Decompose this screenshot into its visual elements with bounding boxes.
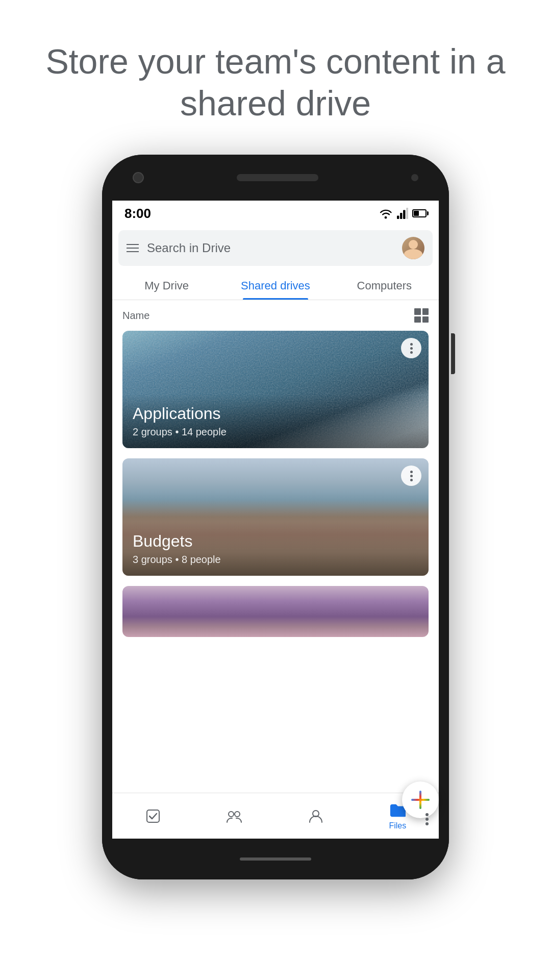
- search-bar[interactable]: Search in Drive: [118, 230, 433, 266]
- add-icon: [411, 791, 430, 809]
- proximity-sensor: [411, 174, 418, 181]
- bottom-navigation: Files: [112, 793, 439, 839]
- list-view-button[interactable]: [414, 308, 429, 323]
- svg-rect-3: [406, 208, 408, 219]
- card-content-applications: Applications 2 groups • 14 people: [122, 394, 429, 448]
- status-bar: 8:00: [112, 201, 439, 226]
- svg-rect-1: [400, 213, 402, 219]
- search-placeholder: Search in Drive: [147, 241, 394, 255]
- status-time: 8:00: [124, 206, 151, 222]
- fab-add-button[interactable]: [402, 781, 439, 818]
- three-dots-icon: [410, 471, 413, 481]
- menu-button[interactable]: [127, 244, 139, 252]
- checkbox-icon: [145, 808, 161, 824]
- svg-point-6: [235, 812, 240, 817]
- nav-item-people[interactable]: [308, 808, 324, 824]
- hero-title: Store your team's content in a shared dr…: [0, 0, 551, 155]
- tab-bar: My Drive Shared drives Computers: [112, 271, 439, 300]
- phone-frame: 8:00: [102, 155, 449, 879]
- drive-card-third[interactable]: [122, 586, 429, 637]
- tab-computers[interactable]: Computers: [330, 271, 439, 300]
- fab-more-icon: [425, 813, 429, 825]
- shared-icon: [226, 808, 242, 824]
- card-content-budgets: Budgets 3 groups • 8 people: [122, 522, 429, 576]
- card-subtitle-applications: 2 groups • 14 people: [133, 426, 418, 438]
- sort-row: Name: [112, 300, 439, 331]
- tab-my-drive[interactable]: My Drive: [112, 271, 221, 300]
- card-title-budgets: Budgets: [133, 532, 418, 551]
- side-button: [451, 333, 455, 374]
- user-avatar[interactable]: [402, 237, 424, 259]
- battery-icon: [412, 209, 427, 217]
- front-camera: [133, 172, 144, 183]
- drive-card-list: Applications 2 groups • 14 people Budget…: [112, 331, 439, 793]
- svg-rect-2: [403, 210, 405, 219]
- earpiece: [237, 174, 318, 181]
- card-title-applications: Applications: [133, 404, 418, 423]
- phone-screen: 8:00: [112, 201, 439, 839]
- phone-top-bar: [102, 155, 449, 201]
- signal-icon: [397, 208, 408, 219]
- svg-rect-4: [147, 810, 159, 822]
- status-icons: [379, 208, 427, 219]
- card-bg: [122, 586, 429, 637]
- nav-item-priority[interactable]: [145, 808, 161, 824]
- card-menu-applications[interactable]: [401, 338, 421, 358]
- svg-rect-0: [397, 216, 399, 219]
- people-icon: [308, 808, 324, 824]
- wifi-icon: [379, 208, 393, 219]
- phone-bottom-bar: [102, 839, 449, 879]
- drive-card-budgets[interactable]: Budgets 3 groups • 8 people: [122, 458, 429, 576]
- sort-label[interactable]: Name: [122, 310, 149, 322]
- drive-card-applications[interactable]: Applications 2 groups • 14 people: [122, 331, 429, 448]
- nav-item-shared[interactable]: [226, 808, 242, 824]
- tab-shared-drives[interactable]: Shared drives: [221, 271, 330, 300]
- home-indicator: [240, 857, 311, 861]
- files-nav-label: Files: [389, 821, 406, 830]
- card-menu-budgets[interactable]: [401, 465, 421, 486]
- svg-point-5: [229, 812, 234, 817]
- three-dots-icon: [410, 343, 413, 354]
- card-subtitle-budgets: 3 groups • 8 people: [133, 554, 418, 566]
